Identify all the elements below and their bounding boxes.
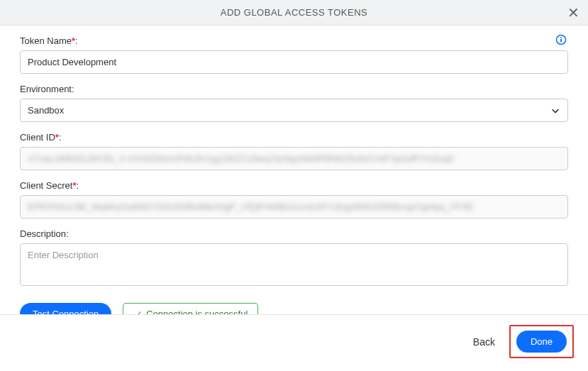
colon: :	[75, 35, 78, 46]
status-badge: Connection is successful	[123, 303, 258, 314]
colon: :	[59, 132, 62, 143]
token-name-label: Token Name*:	[20, 35, 568, 46]
token-name-label-text: Token Name	[20, 35, 72, 46]
svg-point-2	[560, 37, 562, 38]
add-global-access-tokens-modal: ADD GLOBAL ACCESS TOKENS ✕ Token Name*: …	[0, 0, 588, 371]
back-button[interactable]: Back	[470, 332, 498, 352]
client-secret-label: Client Secret*:	[20, 180, 568, 191]
client-secret-input[interactable]: EPKPNXuLB6_MabKyGw6WCGSUZNfN4l9kA0gP_VfQ…	[20, 195, 568, 218]
client-secret-group: Client Secret*: EPKPNXuLB6_MabKyGw6WCGSU…	[20, 180, 568, 218]
description-textarea[interactable]	[20, 243, 568, 286]
modal-title: ADD GLOBAL ACCESS TOKENS	[221, 7, 368, 18]
status-text: Connection is successful	[146, 309, 248, 314]
environment-group: Environment: Sandbox	[20, 84, 568, 122]
client-id-label-text: Client ID	[20, 132, 55, 143]
client-id-value: A7vaLcM60DLf9X3N_V-vOS5ZWxmPdhJlrUyg1WZZ…	[28, 153, 454, 164]
modal-footer: Back Done	[0, 314, 588, 371]
client-id-group: Client ID*: A7vaLcM60DLf9X3N_V-vOS5ZWxmP…	[20, 132, 568, 170]
client-id-label: Client ID*:	[20, 132, 568, 143]
environment-select[interactable]: Sandbox	[20, 99, 568, 122]
token-name-group: Token Name*:	[20, 35, 568, 74]
done-button[interactable]: Done	[516, 331, 567, 353]
chevron-down-icon	[550, 106, 560, 116]
modal-body: Token Name*: Environment: Sandbox Client…	[0, 26, 588, 314]
test-connection-button[interactable]: Test Connection	[20, 303, 111, 314]
client-secret-value: EPKPNXuLB6_MabKyGw6WCGSUZNfN4l9kA0gP_VfQ…	[28, 201, 474, 212]
description-group: Description:	[20, 228, 568, 289]
description-label: Description:	[20, 228, 568, 239]
action-row: Test Connection Connection is successful	[20, 303, 568, 314]
environment-value: Sandbox	[28, 105, 64, 116]
client-secret-label-text: Client Secret	[20, 180, 72, 191]
close-icon[interactable]: ✕	[566, 4, 581, 21]
done-highlight-box: Done	[509, 325, 574, 358]
token-name-input[interactable]	[20, 50, 568, 74]
colon: :	[76, 180, 79, 191]
info-icon[interactable]	[555, 34, 567, 45]
environment-label: Environment:	[20, 84, 568, 94]
modal-header: ADD GLOBAL ACCESS TOKENS ✕	[0, 0, 588, 26]
client-id-input[interactable]: A7vaLcM60DLf9X3N_V-vOS5ZWxmPdhJlrUyg1WZZ…	[20, 147, 568, 170]
